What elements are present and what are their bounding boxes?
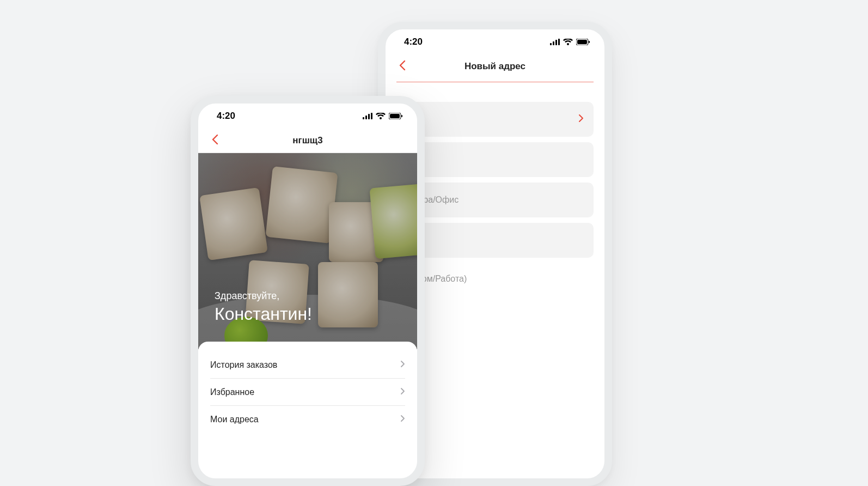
wifi-icon xyxy=(563,39,573,45)
profile-menu: История заказов Избранное Мои адреса xyxy=(198,342,417,433)
food-decor xyxy=(199,187,268,260)
chevron-left-icon xyxy=(211,134,219,145)
menu-item-label: Избранное xyxy=(210,387,254,397)
battery-icon xyxy=(576,39,590,45)
back-button[interactable] xyxy=(399,60,406,73)
nav-title: нгшщ3 xyxy=(209,135,406,146)
nav-underline xyxy=(396,82,594,82)
svg-rect-2 xyxy=(555,40,557,45)
status-icons xyxy=(363,113,403,119)
chevron-left-icon xyxy=(399,60,406,71)
wifi-icon xyxy=(376,113,386,119)
menu-item-my-addresses[interactable]: Мои адреса xyxy=(210,406,405,433)
chevron-right-icon xyxy=(400,360,405,370)
svg-rect-10 xyxy=(371,113,372,119)
hero-text: Здравствуйте, Константин! xyxy=(215,290,312,324)
svg-rect-12 xyxy=(390,114,400,118)
chevron-right-icon xyxy=(400,415,405,424)
menu-list: История заказов Избранное Мои адреса xyxy=(210,351,405,433)
status-time: 4:20 xyxy=(217,111,235,122)
food-decor xyxy=(318,262,378,327)
svg-rect-13 xyxy=(401,115,402,117)
svg-rect-7 xyxy=(363,117,364,119)
svg-rect-8 xyxy=(365,116,367,119)
status-bar: 4:20 xyxy=(198,104,417,129)
menu-item-favorites[interactable]: Избранное xyxy=(210,379,405,406)
svg-rect-0 xyxy=(550,43,552,45)
chevron-right-icon xyxy=(578,114,584,125)
status-bar: 4:20 xyxy=(386,29,604,54)
signal-icon xyxy=(550,39,560,45)
back-button[interactable] xyxy=(211,134,219,147)
signal-icon xyxy=(363,113,372,119)
nav-bar: нгшщ3 xyxy=(198,129,417,153)
svg-rect-3 xyxy=(558,39,560,45)
battery-icon xyxy=(389,113,403,119)
chevron-right-icon xyxy=(400,387,405,397)
food-decor xyxy=(266,166,338,244)
svg-rect-9 xyxy=(368,114,370,119)
nav-bar: Новый адрес xyxy=(386,54,604,78)
menu-item-label: История заказов xyxy=(210,360,277,370)
hero-banner: Здравствуйте, Константин! xyxy=(198,153,417,349)
menu-item-order-history[interactable]: История заказов xyxy=(210,351,405,379)
food-decor xyxy=(329,202,383,262)
svg-rect-1 xyxy=(553,41,554,45)
greeting-text: Здравствуйте, xyxy=(215,290,312,302)
menu-item-label: Мои адреса xyxy=(210,415,259,424)
status-icons xyxy=(550,39,590,45)
status-time: 4:20 xyxy=(404,37,423,47)
nav-title: Новый адрес xyxy=(396,61,594,72)
svg-rect-6 xyxy=(589,41,590,43)
phone-profile: 4:20 нгшщ3 Здравствуйте, Константин! xyxy=(191,96,425,486)
food-decor xyxy=(370,184,417,259)
svg-rect-5 xyxy=(577,40,587,44)
user-name: Константин! xyxy=(215,304,312,324)
